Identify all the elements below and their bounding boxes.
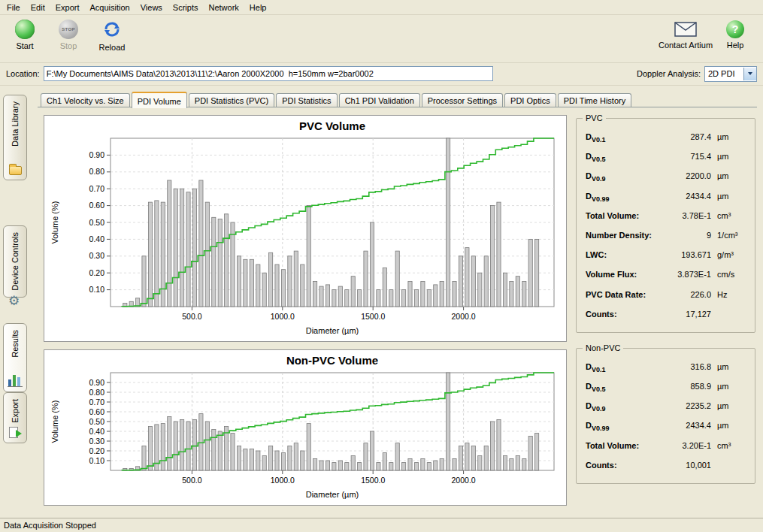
sidebar-item-results[interactable]: Results xyxy=(3,323,27,392)
tab-strip: Ch1 Velocity vs. SizePDI VolumePDI Stati… xyxy=(38,90,757,107)
svg-text:0.90: 0.90 xyxy=(89,150,105,159)
stat-value: 715.4 xyxy=(665,152,711,161)
app-window: FileEditExportAcquisitionViewsScriptsNet… xyxy=(0,0,763,532)
charts-column: 500.01000.01500.02000.00.100.200.300.400… xyxy=(44,115,567,515)
stat-row: LWC: 193.671 g/m³ xyxy=(586,250,749,261)
stat-row: Total Volume: 3.78E-1 cm³ xyxy=(586,211,749,222)
svg-text:0.60: 0.60 xyxy=(89,407,105,416)
stat-row: Number Density: 9 1/cm³ xyxy=(586,231,749,242)
stop-icon: STOP xyxy=(59,20,78,39)
location-row: Location: Doppler Analysis: 2D PDI xyxy=(0,63,763,86)
svg-text:0.20: 0.20 xyxy=(89,446,105,455)
tab-ch1-pdi-validation[interactable]: Ch1 PDI Validation xyxy=(339,93,420,107)
menu-item[interactable]: Acquisition xyxy=(85,1,135,14)
menu-item[interactable]: Help xyxy=(244,1,272,14)
gear-icon xyxy=(8,295,23,308)
menu-item[interactable]: Export xyxy=(50,1,85,14)
reload-button[interactable]: Reload xyxy=(90,17,134,54)
reload-button-label: Reload xyxy=(99,43,126,52)
svg-text:0.90: 0.90 xyxy=(89,378,105,387)
stat-unit: Hz xyxy=(717,290,749,299)
stat-value: 2434.4 xyxy=(665,421,711,430)
svg-text:0.50: 0.50 xyxy=(89,417,105,426)
stat-row: DV0.9 2235.2 µm xyxy=(586,401,749,413)
non-pvc-volume-chart-panel: 500.01000.01500.02000.00.100.200.300.400… xyxy=(44,349,567,506)
help-button-label: Help xyxy=(727,41,744,50)
stat-row: DV0.5 715.4 µm xyxy=(586,152,749,163)
tab-pdi-time-history[interactable]: PDI Time History xyxy=(558,93,632,107)
svg-text:0.60: 0.60 xyxy=(89,201,105,210)
doppler-analysis-select[interactable]: 2D PDI xyxy=(704,66,757,82)
non-pvc-group-title: Non-PVC xyxy=(583,343,623,352)
stat-label: DV0.5 xyxy=(586,152,605,163)
stat-unit: µm xyxy=(717,382,749,391)
status-text: Data Acquisition Stopped xyxy=(4,521,96,530)
svg-text:500.0: 500.0 xyxy=(182,312,201,321)
tab-pdi-statistics-pvc[interactable]: PDI Statistics (PVC) xyxy=(189,93,274,107)
dropdown-button[interactable] xyxy=(743,68,756,80)
stat-row: DV0.99 2434.4 µm xyxy=(586,192,749,203)
tab-pdi-volume[interactable]: PDI Volume xyxy=(132,92,187,108)
stat-unit: µm xyxy=(717,152,749,161)
stat-value: 287.4 xyxy=(665,132,711,141)
svg-text:Diameter (µm): Diameter (µm) xyxy=(306,326,359,335)
stat-unit: 1/cm³ xyxy=(717,231,749,240)
menu-item[interactable]: Network xyxy=(203,1,244,14)
svg-text:0.80: 0.80 xyxy=(89,388,105,397)
main-panel: Ch1 Velocity vs. SizePDI VolumePDI Stati… xyxy=(35,86,763,518)
svg-text:0.80: 0.80 xyxy=(89,167,105,176)
sidebar: Data Library Device Controls Results Exp… xyxy=(0,86,35,518)
pvc-volume-chart-panel: 500.01000.01500.02000.00.100.200.300.400… xyxy=(44,115,567,342)
svg-text:0.10: 0.10 xyxy=(89,456,105,465)
pvc-volume-chart: 500.01000.01500.02000.00.100.200.300.400… xyxy=(46,117,565,340)
svg-text:Diameter (µm): Diameter (µm) xyxy=(306,490,359,499)
contact-button-label: Contact Artium xyxy=(659,41,713,50)
stat-label: DV0.9 xyxy=(586,401,605,413)
svg-text:500.0: 500.0 xyxy=(182,476,201,485)
non-pvc-volume-chart: 500.01000.01500.02000.00.100.200.300.400… xyxy=(46,352,565,503)
svg-text:0.20: 0.20 xyxy=(89,268,105,277)
stat-value: 858.9 xyxy=(665,382,711,391)
stat-unit: µm xyxy=(717,401,749,410)
help-button[interactable]: ? Help xyxy=(713,17,757,52)
stop-button[interactable]: STOP Stop xyxy=(47,17,90,53)
tab-ch1-velocity-vs-size[interactable]: Ch1 Velocity vs. Size xyxy=(41,93,130,107)
stat-unit: µm xyxy=(717,421,749,430)
pvc-stats-rows: DV0.1 287.4 µm DV0.5 715.4 µm xyxy=(586,132,749,321)
sidebar-item-device-controls[interactable]: Device Controls xyxy=(3,225,27,298)
location-input[interactable] xyxy=(44,66,493,81)
stat-label: Total Volume: xyxy=(586,441,639,452)
tab-pdi-statistics[interactable]: PDI Statistics xyxy=(276,93,337,107)
svg-text:1500.0: 1500.0 xyxy=(361,476,385,485)
stat-row: Volume Flux: 3.873E-1 cm/s xyxy=(586,270,749,281)
stat-value: 3.78E-1 xyxy=(665,211,711,220)
stat-unit: cm/s xyxy=(717,270,749,279)
svg-text:2000.0: 2000.0 xyxy=(452,476,476,485)
stat-row: Counts: 17,127 xyxy=(586,310,749,321)
stat-row: DV0.1 287.4 µm xyxy=(586,132,749,144)
stat-row: Counts: 10,001 xyxy=(586,461,749,472)
stat-unit: cm³ xyxy=(717,211,749,220)
stat-value: 2200.0 xyxy=(665,171,711,180)
menu-item[interactable]: Views xyxy=(135,1,168,14)
stat-value: 10,001 xyxy=(665,461,711,470)
stat-label: Counts: xyxy=(586,461,617,472)
sidebar-item-export[interactable]: Export xyxy=(3,392,27,443)
start-button-label: Start xyxy=(16,41,33,50)
start-icon xyxy=(15,20,35,39)
folder-icon xyxy=(9,166,22,175)
contact-icon xyxy=(674,22,697,38)
sidebar-item-data-library[interactable]: Data Library xyxy=(3,95,27,180)
reload-icon xyxy=(102,20,122,41)
tab-pdi-optics[interactable]: PDI Optics xyxy=(504,93,556,107)
menu-item[interactable]: Scripts xyxy=(168,1,204,14)
tab-processor-settings[interactable]: Processor Settings xyxy=(422,93,503,107)
contact-artium-button[interactable]: Contact Artium xyxy=(658,17,713,52)
menu-item[interactable]: Edit xyxy=(26,1,50,14)
dropdown-arrow-icon xyxy=(748,72,752,75)
stop-button-label: Stop xyxy=(60,41,77,50)
stat-value: 2235.2 xyxy=(665,401,711,410)
help-icon: ? xyxy=(726,20,744,38)
menu-item[interactable]: File xyxy=(2,1,26,14)
start-button[interactable]: Start xyxy=(3,17,47,53)
